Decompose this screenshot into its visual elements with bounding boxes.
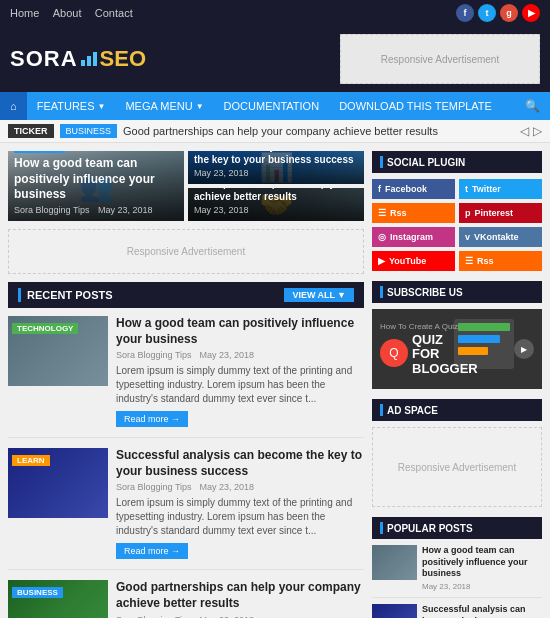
post-thumb-1: TECHNOLOGY bbox=[8, 316, 108, 386]
top-bar: Home About Contact f t g ▶ bbox=[0, 0, 550, 26]
logo-seo: SEO bbox=[100, 46, 146, 72]
popular-2-info: Successful analysis can become the key t… bbox=[422, 604, 542, 618]
list-item: TECHNOLOGY How a good team can positivel… bbox=[8, 316, 364, 438]
post-3-title[interactable]: Good partnerships can help your company … bbox=[116, 580, 364, 611]
post-3-meta: Sora Blogging Tips May 23, 2018 bbox=[116, 615, 364, 618]
vkontakte-button[interactable]: v VKontakte bbox=[459, 227, 542, 247]
rss2-button[interactable]: ☰ Rss bbox=[459, 251, 542, 271]
ticker-label: TICKER bbox=[8, 124, 54, 138]
sidebar: SOCIAL PLUGIN f Facebook t Twitter ☰ Rss… bbox=[372, 151, 542, 618]
ticker-bar: TICKER BUSINESS Good partnerships can he… bbox=[0, 120, 550, 143]
facebook-button[interactable]: f Facebook bbox=[372, 179, 455, 199]
featured-top-right-meta: May 23, 2018 bbox=[194, 168, 358, 178]
social-plugin-section: SOCIAL PLUGIN f Facebook t Twitter ☰ Rss… bbox=[372, 151, 542, 271]
social-accent bbox=[380, 156, 383, 168]
nav-home[interactable]: ⌂ bbox=[0, 92, 27, 120]
featured-bottom-right-meta: May 23, 2018 bbox=[194, 205, 358, 215]
post-2-date: May 23, 2018 bbox=[200, 482, 255, 492]
featured-grid: 👥 BUSINESS How a good team can positivel… bbox=[8, 151, 364, 221]
featured-main[interactable]: 👥 BUSINESS How a good team can positivel… bbox=[8, 151, 184, 221]
popular-posts-section: POPULAR POSTS How a good team can positi… bbox=[372, 517, 542, 618]
featured-bottom-right-title: Good partnerships can help you achieve b… bbox=[194, 188, 358, 203]
post-2-category: LEARN bbox=[12, 455, 50, 466]
featured-main-category: BUSINESS bbox=[14, 151, 65, 153]
nav-home[interactable]: Home bbox=[10, 7, 39, 19]
rss-icon: ☰ bbox=[378, 208, 386, 218]
header: SORA SEO Responsive Advertisement bbox=[0, 26, 550, 92]
ticker-prev-icon[interactable]: ◁ bbox=[520, 124, 529, 138]
content-ad: Responsive Advertisement bbox=[8, 229, 364, 274]
popular-posts-title: POPULAR POSTS bbox=[372, 517, 542, 539]
featured-bottom-right-overlay: BUSINESS Good partnerships can help you … bbox=[188, 188, 364, 221]
view-all-button[interactable]: VIEW ALL ▼ bbox=[284, 288, 354, 302]
pinterest-button[interactable]: p Pinterest bbox=[459, 203, 542, 223]
featured-top-right[interactable]: 📊 BUSINESS Successful analysis can becom… bbox=[188, 151, 364, 184]
recent-posts-title-group: RECENT POSTS bbox=[18, 288, 113, 302]
list-item: How a good team can positively influence… bbox=[372, 545, 542, 598]
nav-documentation[interactable]: DOCUMENTATION bbox=[214, 92, 330, 120]
instagram-button[interactable]: ◎ Instagram bbox=[372, 227, 455, 247]
vk-icon: v bbox=[465, 232, 470, 242]
quiz-icon: Q bbox=[380, 339, 408, 367]
featured-main-title: How a good team can positively influence… bbox=[14, 156, 178, 203]
youtube-button[interactable]: ▶ YouTube bbox=[372, 251, 455, 271]
post-2-title[interactable]: Successful analysis can become the key t… bbox=[116, 448, 364, 479]
facebook-top-icon[interactable]: f bbox=[456, 4, 474, 22]
twitter-top-icon[interactable]: t bbox=[478, 4, 496, 22]
post-1-title[interactable]: How a good team can positively influence… bbox=[116, 316, 364, 347]
main-container: 👥 BUSINESS How a good team can positivel… bbox=[0, 143, 550, 618]
list-item: Successful analysis can become the key t… bbox=[372, 604, 542, 618]
popular-thumb-1 bbox=[372, 545, 417, 580]
play-button[interactable]: ▶ bbox=[514, 339, 534, 359]
post-2-meta: Sora Blogging Tips May 23, 2018 bbox=[116, 482, 364, 492]
post-1-category: TECHNOLOGY bbox=[12, 323, 78, 334]
featured-top-right-overlay: BUSINESS Successful analysis can become … bbox=[188, 151, 364, 184]
ad-space-accent bbox=[380, 404, 383, 416]
facebook-icon: f bbox=[378, 184, 381, 194]
popular-1-title[interactable]: How a good team can positively influence… bbox=[422, 545, 542, 580]
instagram-icon: ◎ bbox=[378, 232, 386, 242]
nav-about[interactable]: About bbox=[53, 7, 82, 19]
logo[interactable]: SORA SEO bbox=[10, 46, 146, 72]
youtube-top-icon[interactable]: ▶ bbox=[522, 4, 540, 22]
nav-left: ⌂ FEATURES ▼ MEGA MENU ▼ DOCUMENTATION D… bbox=[0, 92, 502, 120]
popular-2-title[interactable]: Successful analysis can become the key t… bbox=[422, 604, 542, 618]
post-2-info: Successful analysis can become the key t… bbox=[116, 448, 364, 559]
googleplus-top-icon[interactable]: g bbox=[500, 4, 518, 22]
subscribe-title: SUBSCRIBE US bbox=[372, 281, 542, 303]
post-thumb-3: BUSINESS bbox=[8, 580, 108, 618]
subscribe-section: SUBSCRIBE US How To Create A Quiz For Yo… bbox=[372, 281, 542, 389]
logo-sora: SORA bbox=[10, 46, 78, 72]
nav-contact[interactable]: Contact bbox=[95, 7, 133, 19]
section-accent bbox=[18, 288, 21, 302]
header-ad-banner: Responsive Advertisement bbox=[340, 34, 540, 84]
post-1-author: Sora Blogging Tips bbox=[116, 350, 192, 360]
nav-search[interactable]: 🔍 bbox=[515, 93, 550, 119]
social-plugin-title: SOCIAL PLUGIN bbox=[372, 151, 542, 173]
social-grid: f Facebook t Twitter ☰ Rss p Pinterest ◎ bbox=[372, 179, 542, 271]
nav-features[interactable]: FEATURES ▼ bbox=[27, 92, 116, 120]
ticker-icons: ◁ ▷ bbox=[520, 124, 542, 138]
recent-posts-header: RECENT POSTS VIEW ALL ▼ bbox=[8, 282, 364, 308]
nav-download[interactable]: DOWNLOAD THIS TEMPLATE bbox=[329, 92, 502, 120]
ticker-next-icon[interactable]: ▷ bbox=[533, 124, 542, 138]
post-3-date: May 23, 2018 bbox=[200, 615, 255, 618]
recent-posts-title: RECENT POSTS bbox=[27, 289, 113, 301]
popular-1-info: How a good team can positively influence… bbox=[422, 545, 542, 591]
post-1-read-more[interactable]: Read more → bbox=[116, 411, 188, 427]
featured-bottom-right[interactable]: 🤝 BUSINESS Good partnerships can help yo… bbox=[188, 188, 364, 221]
twitter-icon: t bbox=[465, 184, 468, 194]
post-1-excerpt: Lorem ipsum is simply dummy text of the … bbox=[116, 364, 364, 406]
popular-1-date: May 23, 2018 bbox=[422, 582, 542, 591]
ad-space-section: AD SPACE Responsive Advertisement bbox=[372, 399, 542, 507]
rss-button[interactable]: ☰ Rss bbox=[372, 203, 455, 223]
list-item: LEARN Successful analysis can become the… bbox=[8, 448, 364, 570]
twitter-button[interactable]: t Twitter bbox=[459, 179, 542, 199]
popular-thumb-2 bbox=[372, 604, 417, 618]
content-area: 👥 BUSINESS How a good team can positivel… bbox=[8, 151, 364, 618]
logo-bars-icon bbox=[81, 52, 97, 66]
nav-megamenu[interactable]: MEGA MENU ▼ bbox=[115, 92, 213, 120]
subscribe-box[interactable]: How To Create A Quiz For Yo... Q QUIZFOR… bbox=[372, 309, 542, 389]
post-2-read-more[interactable]: Read more → bbox=[116, 543, 188, 559]
ticker-category: BUSINESS bbox=[60, 124, 118, 138]
